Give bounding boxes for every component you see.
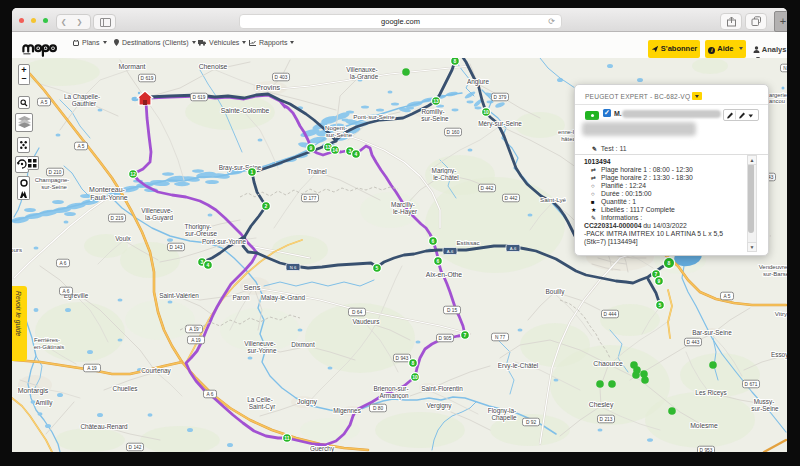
svg-text:Château-Renard: Château-Renard	[80, 423, 128, 430]
svg-text:Trainel: Trainel	[307, 168, 326, 175]
svg-text:D 619: D 619	[141, 76, 154, 81]
svg-text:D 619: D 619	[193, 95, 206, 100]
svg-text:Malay-le-Grand: Malay-le-Grand	[261, 294, 305, 302]
svg-text:D 442: D 442	[481, 186, 494, 191]
svg-text:Ervy-le-Châtel: Ervy-le-Châtel	[498, 362, 539, 370]
svg-text:Brienon-sur-: Brienon-sur-	[373, 385, 408, 392]
svg-text:A 5: A 5	[78, 144, 85, 149]
svg-text:7: 7	[464, 332, 467, 338]
svg-text:Bar-sur-Seine: Bar-sur-Seine	[692, 329, 732, 336]
svg-text:D 143: D 143	[170, 245, 183, 250]
svg-text:Villeneuve-: Villeneuve-	[141, 207, 173, 214]
svg-text:La Celle-: La Celle-	[247, 396, 273, 403]
svg-text:la-Grande: la-Grande	[350, 73, 379, 80]
svg-text:A 6: A 6	[60, 261, 67, 266]
svg-text:D 442: D 442	[505, 196, 518, 201]
svg-text:D 15: D 15	[447, 308, 457, 313]
svg-text:Provins: Provins	[256, 83, 280, 92]
svg-text:Pont-sur-Yonne: Pont-sur-Yonne	[202, 238, 247, 245]
svg-text:Pont-sur-Seine: Pont-sur-Seine	[353, 113, 395, 120]
svg-text:Montargis: Montargis	[18, 387, 49, 395]
svg-text:D 443: D 443	[687, 340, 700, 345]
svg-text:Joigny: Joigny	[297, 398, 318, 406]
svg-text:Amilly: Amilly	[35, 399, 53, 407]
svg-text:5: 5	[659, 302, 662, 308]
svg-text:10: 10	[412, 374, 418, 380]
svg-text:4: 4	[355, 151, 358, 157]
svg-text:A 19: A 19	[191, 338, 201, 343]
svg-text:4: 4	[207, 262, 210, 268]
svg-text:Vaudeurs: Vaudeurs	[353, 318, 380, 325]
svg-text:5: 5	[376, 265, 379, 271]
svg-text:Villeneuve-: Villeneuve-	[244, 340, 276, 347]
svg-text:Villenauxe-: Villenauxe-	[346, 66, 378, 73]
svg-text:A-6: A-6	[510, 246, 517, 251]
svg-text:Bouilly: Bouilly	[546, 288, 566, 296]
svg-text:Saint-Lyé: Saint-Lyé	[540, 196, 566, 203]
svg-text:12: 12	[130, 171, 136, 177]
svg-text:8: 8	[412, 360, 415, 366]
svg-text:Anglure: Anglure	[467, 78, 489, 86]
svg-text:14: 14	[332, 147, 338, 153]
svg-text:D 444: D 444	[604, 312, 617, 317]
svg-text:Paron: Paron	[232, 294, 249, 301]
svg-text:enne-l: enne-l	[558, 129, 574, 135]
svg-text:Chapelle: Chapelle	[491, 414, 517, 422]
svg-text:D 953: D 953	[700, 448, 713, 452]
svg-text:Courtenay: Courtenay	[141, 367, 171, 375]
svg-text:sur-Seine: sur-Seine	[421, 115, 449, 122]
svg-text:6: 6	[432, 238, 435, 244]
svg-text:N 6: N 6	[290, 265, 297, 270]
svg-text:Chenoise: Chenoise	[199, 63, 228, 70]
svg-text:Voulx: Voulx	[115, 235, 131, 242]
svg-text:D 210: D 210	[49, 170, 62, 175]
svg-text:Molesme: Molesme	[690, 422, 718, 429]
svg-text:le-Hayer: le-Hayer	[393, 208, 418, 216]
svg-text:10: 10	[483, 109, 489, 115]
svg-text:D 92: D 92	[526, 420, 536, 425]
svg-text:sur-Oreuse: sur-Oreuse	[185, 230, 217, 237]
svg-text:8: 8	[454, 58, 457, 64]
svg-text:Migennes: Migennes	[333, 407, 361, 415]
svg-text:13: 13	[433, 98, 439, 104]
svg-text:A 19: A 19	[189, 327, 199, 332]
svg-text:en-Gâtinais: en-Gâtinais	[34, 344, 65, 350]
svg-text:N 77: N 77	[495, 335, 505, 340]
svg-text:1: 1	[251, 169, 254, 175]
svg-text:A 6: A 6	[207, 392, 214, 397]
svg-text:Essoyes: Essoyes	[771, 351, 787, 359]
svg-text:Champagne-: Champagne-	[35, 177, 70, 183]
svg-text:Les Riceys: Les Riceys	[695, 389, 726, 397]
svg-text:Chesley: Chesley	[589, 401, 614, 409]
svg-text:2: 2	[265, 203, 268, 209]
svg-text:D 177: D 177	[304, 196, 317, 201]
svg-text:Montereau-: Montereau-	[89, 186, 125, 193]
svg-text:D 80: D 80	[373, 406, 383, 411]
svg-text:Vendeuvre-: Vendeuvre-	[759, 264, 787, 270]
svg-text:A 19: A 19	[87, 366, 97, 371]
svg-text:sur-Seine: sur-Seine	[751, 405, 779, 412]
svg-text:11: 11	[284, 435, 290, 441]
svg-text:Guerchy: Guerchy	[310, 445, 335, 452]
svg-text:A-6: A-6	[447, 249, 454, 254]
svg-text:Méry-sur-Seine: Méry-sur-Seine	[478, 120, 522, 128]
svg-text:Chaource: Chaource	[593, 360, 623, 367]
svg-text:D 64: D 64	[352, 310, 362, 315]
svg-text:Aix-en-Othe: Aix-en-Othe	[426, 271, 462, 278]
svg-text:sur-Seine: sur-Seine	[41, 184, 67, 190]
svg-text:sur-Barse: sur-Barse	[763, 271, 787, 277]
svg-text:D 219: D 219	[111, 216, 124, 221]
svg-text:Mormant: Mormant	[119, 63, 146, 70]
svg-text:7: 7	[655, 271, 658, 277]
svg-text:Vitry: Vitry	[775, 310, 787, 317]
svg-text:D 943: D 943	[396, 356, 409, 361]
svg-text:Saint-Valérien: Saint-Valérien	[159, 292, 199, 299]
svg-text:N 4: N 4	[783, 66, 787, 71]
svg-text:A 5: A 5	[724, 294, 731, 299]
svg-text:Saint-Florentin: Saint-Florentin	[421, 385, 463, 392]
svg-text:ours: ours	[12, 246, 22, 253]
svg-text:D 213: D 213	[600, 417, 613, 422]
svg-text:9: 9	[310, 145, 313, 151]
svg-text:A 5: A 5	[41, 100, 48, 105]
svg-text:Armançon: Armançon	[379, 392, 409, 400]
